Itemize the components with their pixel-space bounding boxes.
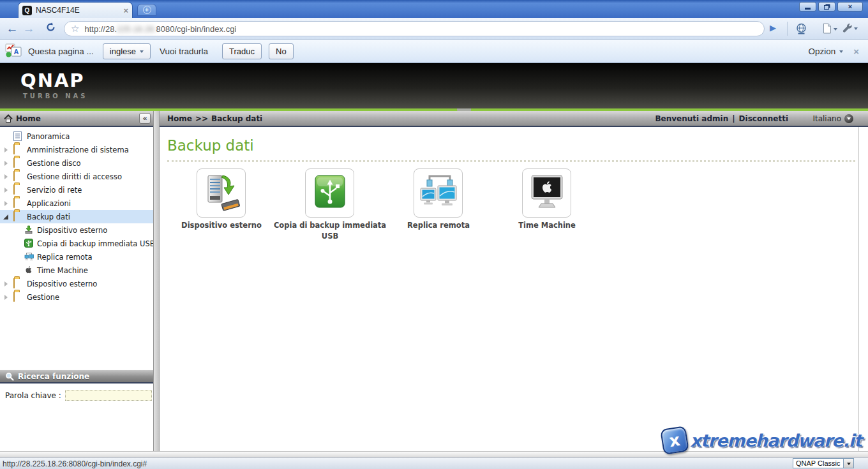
- new-tab-button[interactable]: +: [137, 4, 156, 16]
- welcome-box: Benvenuti admin | Disconnetti: [655, 114, 788, 123]
- sidebar-item-amministrazione[interactable]: Amministrazione di sistema: [0, 143, 153, 156]
- expander-icon[interactable]: [4, 147, 8, 153]
- tile-dispositivo-esterno[interactable]: [197, 168, 246, 218]
- theme-select-value: QNAP Classic: [793, 459, 843, 467]
- overview-icon: [13, 131, 22, 143]
- browser-tab[interactable]: Q NASC4F14E ×: [18, 2, 133, 18]
- url-text: http://28.225.18.26:8080/cgi-bin/index.c…: [84, 24, 236, 34]
- translate-decline-label: No: [276, 47, 287, 56]
- xtremehardware-watermark: x xtremehardware.it: [662, 428, 862, 453]
- sidebar-item-backup-dati[interactable]: Backup dati: [0, 210, 153, 223]
- page-menu-button[interactable]: [822, 23, 837, 34]
- folder-icon: [13, 144, 15, 154]
- qnap-tagline: TURBO NAS: [23, 93, 88, 100]
- url-blurred-part: 225.18.26:: [117, 24, 156, 34]
- qnap-logo: QNAP: [20, 70, 85, 91]
- chevron-down-icon: [847, 117, 851, 120]
- sidebar-item-time-machine[interactable]: Time Machine: [0, 264, 153, 277]
- screen: Q NASC4F14E × + × ← → ☆ http://28.225.18…: [0, 0, 868, 469]
- keyword-input[interactable]: [65, 390, 152, 401]
- sidebar-item-dispositivo-esterno[interactable]: Dispositivo esterno: [0, 223, 153, 237]
- sidebar-item-servizio-di-rete[interactable]: Servizio di rete: [0, 183, 153, 197]
- breadcrumb-home[interactable]: Home: [167, 114, 192, 123]
- tree-label: Copia di backup immediata USB: [37, 239, 153, 248]
- close-icon: ×: [848, 3, 852, 10]
- back-button[interactable]: ←: [4, 22, 20, 36]
- tree-label: Dispositivo esterno: [37, 226, 107, 235]
- folder-icon: [13, 171, 15, 181]
- welcome-divider: |: [732, 114, 735, 123]
- language-label: Italiano: [812, 114, 841, 123]
- translate-languages-icon: A: [5, 42, 22, 60]
- expander-icon[interactable]: [4, 281, 8, 287]
- sidebar-item-gestione-diritti[interactable]: Gestione diritti di accesso: [0, 170, 153, 183]
- tile-label: Dispositivo esterno: [161, 220, 282, 231]
- function-search-header: Ricerca funzione: [0, 369, 153, 383]
- language-dropdown[interactable]: inglese: [103, 43, 151, 59]
- expander-icon[interactable]: [4, 188, 8, 193]
- expander-icon[interactable]: [4, 295, 8, 300]
- folder-open-icon: [13, 211, 15, 221]
- expander-open-icon[interactable]: [3, 214, 8, 220]
- translate-options-button[interactable]: Opzion: [808, 47, 843, 56]
- sidebar-header: Home «: [0, 111, 153, 127]
- url-suffix: 8080/cgi-bin/index.cgi: [156, 24, 237, 34]
- tree-label: Amministrazione di sistema: [27, 145, 129, 154]
- sidebar-item-copia-backup-usb[interactable]: Copia di backup immediata USB: [0, 237, 153, 250]
- main-content: Backup dati Dispositivo esterno: [160, 127, 868, 451]
- sidebar-item-gestione-disco[interactable]: Gestione disco: [0, 156, 153, 170]
- select-arrow-button[interactable]: [843, 459, 853, 468]
- sidebar-item-replica-remota[interactable]: Replica remota: [0, 250, 153, 264]
- tile-label: Copia di backup immediata USB: [269, 220, 391, 242]
- window-minimize-button[interactable]: [799, 2, 816, 11]
- folder-icon: [13, 158, 15, 168]
- sidebar-item-applicazioni[interactable]: Applicazioni: [0, 197, 153, 210]
- expander-icon[interactable]: [4, 174, 8, 179]
- tree-label: Gestione diritti di accesso: [27, 172, 122, 181]
- window-close-button[interactable]: ×: [837, 2, 863, 11]
- translate-decline-button[interactable]: No: [269, 43, 294, 59]
- reload-button[interactable]: [42, 22, 59, 36]
- tile-copia-backup-usb[interactable]: [305, 168, 354, 218]
- welcome-text: Benvenuti admin: [655, 114, 728, 123]
- address-bar[interactable]: ☆ http://28.225.18.26:8080/cgi-bin/index…: [64, 21, 765, 36]
- page-icon: [822, 23, 832, 34]
- translate-infobar: A Questa pagina ... inglese Vuoi tradurl…: [0, 40, 868, 63]
- translate-page-button[interactable]: [795, 23, 807, 35]
- theme-select[interactable]: QNAP Classic: [793, 458, 854, 468]
- usb-copy-icon: [310, 173, 350, 214]
- browser-toolbar: ← → ☆ http://28.225.18.26:8080/cgi-bin/i…: [0, 18, 868, 40]
- breadcrumb-current: Backup dati: [211, 114, 262, 123]
- minimize-icon: [805, 8, 811, 10]
- wrench-menu-button[interactable]: [842, 23, 858, 33]
- toolbar-separator: [787, 22, 788, 36]
- remote-replication-icon: [24, 252, 34, 263]
- window-restore-button[interactable]: [818, 2, 835, 11]
- qnap-header: QNAP TURBO NAS Web File Manager: [0, 63, 868, 108]
- tab-title: NASC4F14E: [36, 6, 119, 15]
- tile-time-machine[interactable]: [522, 168, 571, 218]
- expander-icon[interactable]: [4, 201, 8, 206]
- language-selector[interactable]: Italiano: [812, 114, 853, 123]
- tab-close-icon[interactable]: ×: [123, 6, 128, 15]
- panel-splitter[interactable]: [153, 111, 160, 451]
- tile-replica-remota[interactable]: [414, 168, 463, 218]
- keyword-row: Parola chiave :: [0, 390, 153, 401]
- tree-label: Gestione: [27, 293, 59, 302]
- forward-button[interactable]: →: [20, 22, 37, 36]
- main-right-border: [858, 127, 859, 451]
- apple-icon: [24, 265, 33, 276]
- sidebar-item-panoramica[interactable]: Panoramica: [0, 130, 153, 143]
- infobar-close-icon[interactable]: ×: [853, 46, 859, 57]
- browser-titlebar: Q NASC4F14E × + ×: [0, 0, 868, 18]
- go-button[interactable]: ▶: [770, 23, 776, 33]
- xtremehardware-logo-icon: x: [660, 426, 689, 455]
- logout-link[interactable]: Disconnetti: [739, 114, 788, 123]
- sidebar-item-gestione[interactable]: Gestione: [0, 290, 153, 304]
- expander-icon[interactable]: [4, 161, 8, 166]
- sidebar-item-dispositivo-esterno-2[interactable]: Dispositivo esterno: [0, 277, 153, 290]
- translate-accept-button[interactable]: Traduc: [222, 43, 262, 59]
- sidebar-collapse-button[interactable]: «: [139, 113, 151, 124]
- translate-options-label: Opzion: [808, 47, 835, 56]
- bookmark-star-icon[interactable]: ☆: [71, 23, 79, 34]
